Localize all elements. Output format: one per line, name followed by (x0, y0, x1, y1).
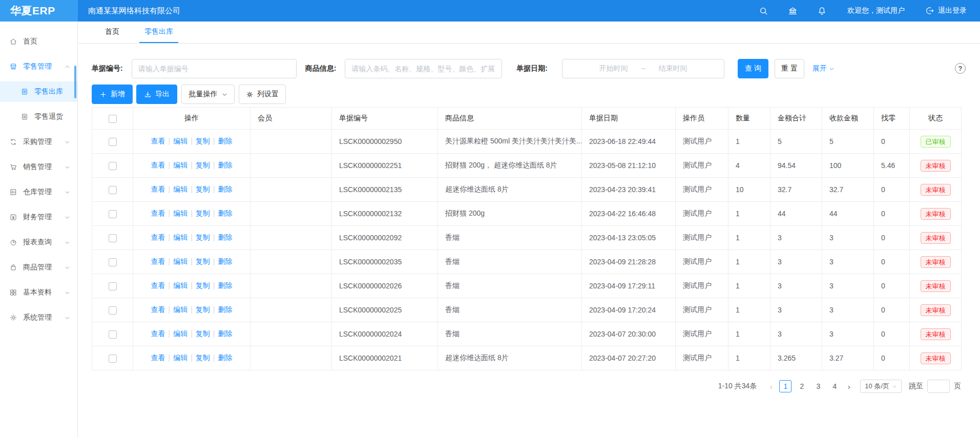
bank-icon[interactable] (788, 6, 798, 16)
sidebar: 首页零售管理零售出库零售退货采购管理销售管理仓库管理财务管理报表查询商品管理基本… (0, 22, 78, 438)
row-action-delete[interactable]: 删除 (218, 233, 232, 241)
date-range-input[interactable]: 开始时间 ~ 结束时间 (562, 59, 724, 78)
row-action-edit[interactable]: 编辑 (173, 353, 187, 362)
prev-page-button[interactable]: ‹ (765, 380, 777, 392)
sidebar-scrollbar[interactable] (74, 66, 76, 98)
jump-page-input[interactable] (927, 380, 950, 393)
sidebar-item-report[interactable]: 报表查询 (0, 232, 77, 253)
row-checkbox[interactable] (109, 330, 117, 339)
select-all-checkbox[interactable] (109, 115, 117, 123)
row-checkbox[interactable] (109, 186, 117, 194)
row-action-edit[interactable]: 编辑 (173, 305, 187, 314)
next-page-button[interactable]: › (843, 380, 855, 392)
page-button-1[interactable]: 1 (779, 380, 791, 392)
status-badge: 未审核 (921, 304, 951, 316)
row-checkbox[interactable] (109, 282, 117, 290)
row-action-copy[interactable]: 复制 (196, 305, 210, 314)
page-button-3[interactable]: 3 (812, 380, 824, 392)
row-action-view[interactable]: 查看 (151, 137, 165, 145)
search-icon[interactable] (759, 6, 768, 16)
row-action-view[interactable]: 查看 (151, 161, 165, 169)
row-action-delete[interactable]: 删除 (218, 329, 232, 338)
row-action-view[interactable]: 查看 (151, 185, 165, 193)
row-action-view[interactable]: 查看 (151, 353, 165, 362)
bell-icon[interactable] (817, 6, 827, 16)
row-action-copy[interactable]: 复制 (196, 137, 210, 145)
batch-actions-button[interactable]: 批量操作 (181, 85, 235, 104)
cell-qty: 1 (728, 202, 770, 226)
row-checkbox[interactable] (109, 306, 117, 315)
page-button-4[interactable]: 4 (828, 380, 841, 392)
sidebar-item-system[interactable]: 系统管理 (0, 307, 77, 328)
row-checkbox[interactable] (109, 138, 117, 146)
row-action-delete[interactable]: 删除 (218, 353, 232, 362)
cell-products: 香烟 (438, 298, 582, 322)
row-action-delete[interactable]: 删除 (218, 161, 232, 169)
expand-link[interactable]: 展开 (812, 64, 835, 73)
tab-0[interactable]: 首页 (100, 22, 124, 43)
sidebar-subitem-retail-return[interactable]: 零售退货 (0, 107, 77, 127)
help-icon[interactable]: ? (955, 63, 966, 74)
sidebar-item-sale[interactable]: 销售管理 (0, 157, 77, 177)
row-action-delete[interactable]: 删除 (218, 305, 232, 314)
row-action-edit[interactable]: 编辑 (173, 281, 187, 289)
row-action-edit[interactable]: 编辑 (173, 161, 187, 169)
table-row: 查看|编辑|复制|删除LSCK00000002035香烟2023-04-09 2… (92, 250, 962, 274)
row-action-delete[interactable]: 删除 (218, 185, 232, 193)
row-checkbox[interactable] (109, 354, 117, 363)
row-action-delete[interactable]: 删除 (218, 257, 232, 265)
sidebar-item-goods[interactable]: 商品管理 (0, 257, 77, 278)
sidebar-item-basic[interactable]: 基本资料 (0, 282, 77, 303)
row-action-view[interactable]: 查看 (151, 329, 165, 338)
sidebar-item-purchase[interactable]: 采购管理 (0, 132, 77, 152)
row-action-copy[interactable]: 复制 (196, 281, 210, 289)
row-action-delete[interactable]: 删除 (218, 137, 232, 145)
column-header: 收款金额 (822, 108, 874, 130)
row-checkbox[interactable] (109, 258, 117, 266)
chevron-down-icon (65, 139, 70, 145)
bill-no-input[interactable] (132, 59, 297, 78)
sidebar-item-retail[interactable]: 零售管理 (0, 56, 77, 77)
row-action-copy[interactable]: 复制 (196, 209, 210, 217)
row-action-edit[interactable]: 编辑 (173, 233, 187, 241)
sidebar-item-warehouse[interactable]: 仓库管理 (0, 182, 77, 202)
row-action-edit[interactable]: 编辑 (173, 329, 187, 338)
row-action-view[interactable]: 查看 (151, 305, 165, 314)
sidebar-item-finance[interactable]: 财务管理 (0, 207, 77, 227)
row-action-copy[interactable]: 复制 (196, 257, 210, 265)
row-checkbox[interactable] (109, 210, 117, 218)
row-action-view[interactable]: 查看 (151, 233, 165, 241)
row-action-copy[interactable]: 复制 (196, 329, 210, 338)
tab-1[interactable]: 零售出库 (139, 22, 178, 43)
add-button[interactable]: 新增 (92, 85, 133, 104)
search-button[interactable]: 查 询 (738, 59, 768, 78)
sidebar-subitem-retail-out[interactable]: 零售出库 (0, 81, 77, 102)
export-button[interactable]: 导出 (136, 85, 177, 104)
row-action-view[interactable]: 查看 (151, 257, 165, 265)
sidebar-item-home[interactable]: 首页 (0, 31, 77, 52)
cell-operator: 测试用户 (676, 226, 728, 250)
row-action-delete[interactable]: 删除 (218, 281, 232, 289)
reset-button[interactable]: 重 置 (775, 59, 804, 78)
page-size-select[interactable]: 10 条/页 (860, 380, 902, 393)
row-action-edit[interactable]: 编辑 (173, 257, 187, 265)
download-icon (144, 91, 152, 98)
goods-input[interactable] (345, 59, 502, 78)
row-action-copy[interactable]: 复制 (196, 185, 210, 193)
row-action-copy[interactable]: 复制 (196, 161, 210, 169)
row-action-edit[interactable]: 编辑 (173, 137, 187, 145)
page-button-2[interactable]: 2 (796, 380, 808, 392)
logout-button[interactable]: 退出登录 (925, 6, 967, 15)
cell-change: 0 (874, 274, 910, 298)
row-action-delete[interactable]: 删除 (218, 209, 232, 217)
row-action-edit[interactable]: 编辑 (173, 209, 187, 217)
row-action-view[interactable]: 查看 (151, 281, 165, 289)
row-action-copy[interactable]: 复制 (196, 233, 210, 241)
row-action-edit[interactable]: 编辑 (173, 185, 187, 193)
row-action-view[interactable]: 查看 (151, 209, 165, 217)
goods-label: 商品信息: (305, 64, 337, 73)
column-settings-button[interactable]: 列设置 (239, 85, 286, 104)
row-checkbox[interactable] (109, 162, 117, 170)
row-action-copy[interactable]: 复制 (196, 353, 210, 362)
row-checkbox[interactable] (109, 234, 117, 242)
